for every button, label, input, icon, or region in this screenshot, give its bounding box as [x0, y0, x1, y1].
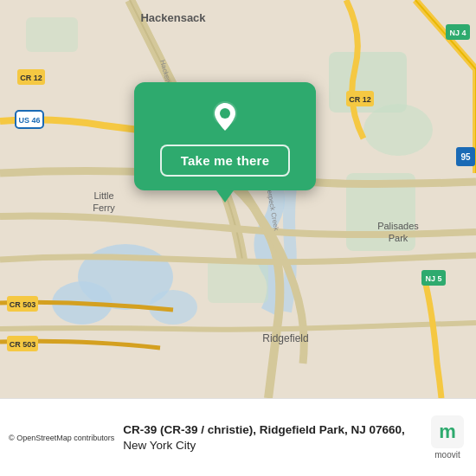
location-subtitle: New York City — [123, 438, 421, 453]
svg-text:NJ 4: NJ 4 — [449, 29, 466, 37]
svg-text:m: m — [439, 421, 456, 442]
svg-text:Hackensack: Hackensack — [140, 11, 206, 24]
svg-rect-7 — [26, 17, 78, 52]
moovit-logo: m moovit — [431, 415, 464, 460]
svg-point-34 — [220, 108, 230, 119]
svg-text:Palisades: Palisades — [377, 221, 419, 231]
svg-text:CR 503: CR 503 — [10, 340, 36, 349]
svg-text:Ridgefield: Ridgefield — [262, 332, 308, 344]
osm-credit: © OpenStreetMap contributors — [9, 434, 114, 442]
svg-text:NJ 5: NJ 5 — [425, 274, 441, 283]
app-container: CR 12 CR 12 US 46 CR 503 CR 503 NJ 4 95 … — [0, 0, 476, 476]
svg-text:US 46: US 46 — [18, 116, 40, 125]
svg-text:Little: Little — [93, 190, 113, 201]
take-me-there-button[interactable]: Take me there — [160, 145, 290, 177]
location-pin-icon — [206, 98, 244, 136]
svg-point-6 — [363, 104, 433, 156]
svg-text:CR 503: CR 503 — [10, 300, 36, 309]
svg-text:Ferry: Ferry — [93, 203, 115, 213]
map-area: CR 12 CR 12 US 46 CR 503 CR 503 NJ 4 95 … — [0, 0, 476, 398]
svg-text:CR 12: CR 12 — [349, 95, 371, 104]
moovit-icon: m — [431, 415, 464, 448]
bottom-bar: © OpenStreetMap contributors CR-39 (CR-3… — [0, 398, 476, 476]
location-title: CR-39 (CR-39 / christie), Ridgefield Par… — [123, 422, 421, 438]
svg-rect-8 — [208, 260, 268, 303]
moovit-label: moovit — [434, 450, 460, 460]
location-info: CR-39 (CR-39 / christie), Ridgefield Par… — [123, 422, 421, 453]
svg-text:95: 95 — [460, 152, 471, 162]
popup-card: Take me there — [134, 82, 316, 190]
svg-text:CR 12: CR 12 — [20, 74, 42, 82]
map-svg: CR 12 CR 12 US 46 CR 503 CR 503 NJ 4 95 … — [0, 0, 476, 398]
svg-text:Park: Park — [389, 233, 408, 243]
